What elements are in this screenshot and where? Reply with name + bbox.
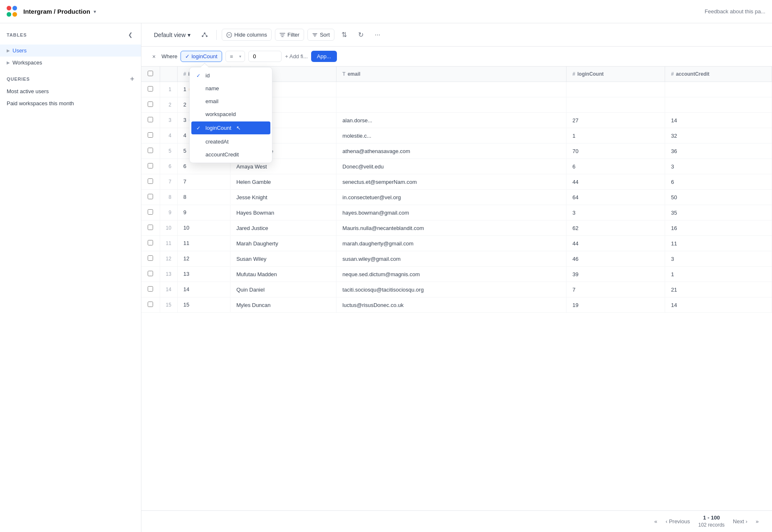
dropdown-item-logincount-label: loginCount: [205, 125, 231, 131]
prev-page-button[interactable]: ‹ Previous: [662, 517, 693, 526]
row-name-cell: Marah Daugherty: [230, 236, 337, 251]
row-checkbox[interactable]: [148, 240, 153, 245]
row-logincount-cell: 70: [567, 144, 665, 159]
next-page-button[interactable]: Next ›: [730, 517, 751, 526]
row-checkbox[interactable]: [148, 148, 153, 153]
row-checkbox-cell: [141, 190, 160, 205]
dropdown-item-email[interactable]: ✓ email: [190, 95, 272, 108]
page-range: 1 - 100: [698, 514, 725, 522]
table-row[interactable]: 1111Marah Daughertymarah.daugherty@gmail…: [141, 236, 772, 251]
apply-filter-button[interactable]: App...: [311, 51, 337, 62]
row-id-value: 5: [183, 148, 186, 154]
table-row[interactable]: 1010Jared JusticeMauris.nulla@necantebla…: [141, 220, 772, 236]
more-options-button[interactable]: ···: [371, 28, 384, 42]
row-number: 4: [160, 128, 177, 144]
th-email[interactable]: T email: [337, 67, 567, 82]
hide-columns-button[interactable]: Hide columns: [222, 29, 272, 41]
row-id-value: 9: [183, 209, 186, 215]
last-page-button[interactable]: »: [752, 517, 762, 526]
add-query-button[interactable]: +: [130, 75, 134, 83]
th-logincount[interactable]: # loginCount: [567, 67, 665, 82]
row-checkbox[interactable]: [148, 225, 153, 230]
table-row[interactable]: 77Helen Gamblesenectus.et@semperNam.com4…: [141, 174, 772, 190]
dropdown-item-workspaceid[interactable]: ✓ workspaceId: [190, 108, 272, 121]
row-checkbox-cell: [141, 128, 160, 144]
row-logincount-cell: 27: [567, 113, 665, 128]
sidebar-item-most-active-users[interactable]: Most active users: [0, 85, 141, 97]
refresh-button[interactable]: ↻: [354, 28, 368, 42]
row-checkbox[interactable]: [148, 163, 153, 168]
filter-value-input[interactable]: [248, 51, 282, 62]
add-filter-button[interactable]: + Add fi...: [285, 53, 308, 59]
row-logincount-cell: 44: [567, 236, 665, 251]
filter-button[interactable]: Filter: [275, 29, 304, 41]
view-selector-button[interactable]: Default view ▾: [150, 29, 195, 41]
pagination-controls: « ‹ Previous 1 - 100 102 records Next › …: [651, 514, 762, 529]
sidebar-item-paid-workspaces[interactable]: Paid workspaces this month: [0, 97, 141, 109]
logo-dot-blue: [12, 6, 17, 10]
row-email-cell: in.consectetuer@vel.org: [337, 190, 567, 205]
filter-operator-label: =: [230, 53, 233, 59]
dropdown-item-accountcredit[interactable]: ✓ accountCredit: [190, 148, 272, 161]
row-checkbox[interactable]: [148, 209, 153, 215]
row-id-cell: 11: [178, 236, 230, 250]
row-checkbox[interactable]: [148, 132, 153, 138]
row-number: 13: [160, 267, 177, 282]
th-checkbox: [141, 67, 160, 82]
dropdown-item-createdat[interactable]: ✓ createdAt: [190, 135, 272, 148]
row-accountcredit-cell: 11: [665, 236, 772, 251]
table-row[interactable]: 1515Myles Duncanluctus@risusDonec.co.uk1…: [141, 297, 772, 313]
th-accountcredit[interactable]: # accountCredit: [665, 67, 772, 82]
table-row[interactable]: 99Hayes Bowmanhayes.bowman@gmail.com335: [141, 205, 772, 220]
table-row[interactable]: 1313Mufutau Maddenneque.sed.dictum@magni…: [141, 267, 772, 282]
feedback-text: Feedback about this pa...: [705, 8, 765, 15]
row-logincount-cell: [567, 97, 665, 113]
row-email-cell: neque.sed.dictum@magnis.com: [337, 267, 567, 282]
sidebar-item-users[interactable]: ▶ Users: [0, 45, 141, 57]
row-checkbox[interactable]: [148, 286, 153, 292]
row-checkbox-cell: [141, 282, 160, 297]
row-checkbox[interactable]: [148, 117, 153, 122]
row-checkbox[interactable]: [148, 101, 153, 107]
row-accountcredit-cell: 16: [665, 220, 772, 236]
row-id-cell: 15: [178, 297, 230, 312]
expand-button[interactable]: ⇅: [338, 28, 351, 42]
share-button[interactable]: [198, 28, 211, 42]
row-name-cell: Jesse Knight: [230, 190, 337, 205]
records-count: 102 records: [698, 522, 725, 529]
row-accountcredit-cell: [665, 82, 772, 97]
first-page-button[interactable]: «: [651, 517, 661, 526]
check-icon-id: ✓: [196, 73, 202, 79]
col-type-icon-accountcredit: #: [671, 71, 674, 77]
filter-operator-selector[interactable]: = ▾: [225, 51, 245, 62]
app-title-chevron-icon[interactable]: ▾: [94, 9, 96, 15]
row-checkbox[interactable]: [148, 178, 153, 184]
sidebar-item-workspaces[interactable]: ▶ Workspaces: [0, 57, 141, 69]
filter-field-selector[interactable]: ✓ loginCount: [181, 51, 222, 62]
view-chevron-icon: ▾: [188, 32, 191, 38]
row-checkbox[interactable]: [148, 271, 153, 276]
table-row[interactable]: 1414Quin Danieltaciti.sociosqu@tacitisoc…: [141, 282, 772, 297]
dropdown-item-logincount[interactable]: ✓ loginCount ↖: [191, 121, 270, 134]
table-row[interactable]: 1212Susan Wileysusan.wiley@gmail.com463: [141, 251, 772, 267]
col-header-accountcredit-label: accountCredit: [676, 71, 710, 77]
row-checkbox[interactable]: [148, 302, 153, 307]
dropdown-item-name[interactable]: ✓ name: [190, 82, 272, 95]
filter-close-button[interactable]: ×: [150, 52, 158, 61]
row-name-cell: Helen Gamble: [230, 174, 337, 190]
row-checkbox-cell: [141, 205, 160, 220]
table-row[interactable]: 88Jesse Knightin.consectetuer@vel.org645…: [141, 190, 772, 205]
select-all-checkbox[interactable]: [148, 71, 153, 76]
row-number: 14: [160, 282, 177, 297]
dropdown-item-createdat-label: createdAt: [205, 139, 229, 145]
row-logincount-cell: 44: [567, 174, 665, 190]
sidebar-collapse-button[interactable]: ❮: [126, 30, 134, 40]
row-checkbox[interactable]: [148, 194, 153, 199]
row-accountcredit-cell: 36: [665, 144, 772, 159]
dropdown-item-id[interactable]: ✓ id: [190, 69, 272, 82]
row-checkbox[interactable]: [148, 86, 153, 92]
row-id-cell: 12: [178, 251, 230, 266]
row-checkbox[interactable]: [148, 255, 153, 261]
row-id-value: 15: [183, 302, 189, 308]
sort-button[interactable]: Sort: [307, 29, 334, 41]
